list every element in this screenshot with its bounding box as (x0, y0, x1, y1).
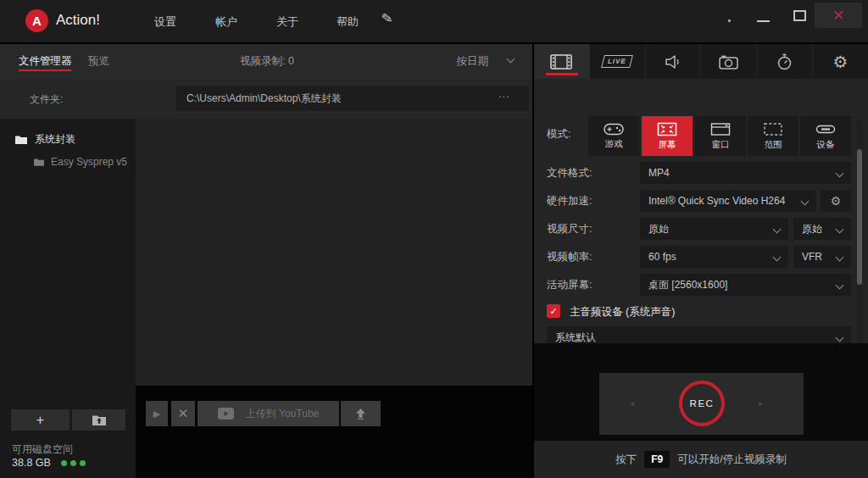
video-size-value: 原始 (648, 222, 669, 236)
add-folder-button[interactable]: + (11, 409, 70, 431)
mode-label-text: 设备 (817, 139, 835, 151)
framerate-dropdown[interactable]: 60 fps (640, 246, 788, 268)
mode-device-button[interactable]: 设备 (800, 116, 851, 156)
file-format-dropdown[interactable]: MP4 (640, 162, 851, 184)
active-screen-dropdown[interactable]: 桌面 [2560x1600] (640, 274, 851, 296)
action-app-window: A Action! 设置 帐户 关于 帮助 ✎ ✕ 文件管理器 预览 视频录制:… (0, 0, 868, 478)
chevron-down-icon (836, 334, 844, 342)
file-format-label: 文件格式: (547, 166, 592, 181)
play-button[interactable]: ▶ (146, 401, 168, 426)
window-icon (710, 122, 731, 136)
framerate-mode-dropdown[interactable]: VFR (793, 246, 851, 268)
pen-icon[interactable]: ✎ (381, 9, 394, 27)
tree-item-child[interactable]: Easy Sysprep v5 (34, 156, 127, 168)
menu-about[interactable]: 关于 (276, 14, 298, 30)
prev-arrow-icon[interactable]: ◂ (630, 398, 634, 408)
video-size-label: 视频尺寸: (547, 222, 592, 236)
menu-help[interactable]: 帮助 (337, 14, 359, 30)
framerate-value: 60 fps (648, 251, 676, 263)
folder-tree-sidebar: 系统封装 Easy Sysprep v5 + 可用磁盘空间 38.8 GB (0, 119, 136, 478)
next-arrow-icon[interactable]: ▸ (759, 398, 763, 408)
app-title: Action! (56, 12, 100, 29)
recordings-list-empty (136, 119, 532, 386)
tab-screenshots[interactable] (701, 44, 757, 79)
hw-accel-label: 硬件加速: (547, 194, 592, 208)
disk-space-row: 38.8 GB (12, 457, 86, 469)
stopwatch-icon (776, 53, 793, 70)
tree-item-label: Easy Sysprep v5 (51, 156, 127, 168)
active-tab-underline (19, 69, 71, 71)
tab-benchmark-timer[interactable] (757, 44, 813, 79)
main-audio-checkbox[interactable]: ✓ (547, 304, 560, 318)
upload-youtube-button[interactable]: 上传到 YouTube (198, 401, 339, 426)
camera-icon (719, 54, 738, 69)
file-format-value: MP4 (648, 167, 670, 179)
sort-by-dropdown[interactable]: 按日期 (457, 54, 489, 69)
chevron-down-icon (801, 197, 810, 205)
tab-audio-recording[interactable] (646, 44, 702, 79)
mode-label-text: 窗口 (712, 139, 730, 151)
tab-preview[interactable]: 预览 (88, 54, 109, 69)
hotkey-statusbar: 按下 F9 可以开始/停止视频录制 (534, 441, 868, 478)
mode-window-button[interactable]: 窗口 (695, 116, 746, 156)
tab-video-recording[interactable] (534, 44, 590, 79)
gamepad-icon (604, 123, 624, 136)
mode-label-text: 屏幕 (659, 139, 676, 151)
rec-button[interactable]: REC (679, 381, 725, 426)
mode-label-text: 范围 (765, 139, 782, 151)
chevron-down-icon[interactable] (507, 55, 515, 64)
speaker-icon (665, 54, 682, 69)
scrollbar-thumb[interactable] (857, 149, 862, 285)
tab-file-manager[interactable]: 文件管理器 (19, 54, 72, 69)
mode-region-button[interactable]: 范围 (748, 116, 798, 156)
file-manager-panel: 文件管理器 预览 视频录制: 0 按日期 文件夹: ... 系统封装 (0, 44, 532, 478)
delete-button[interactable]: ✕ (171, 401, 195, 426)
mode-game-button[interactable]: 游戏 (588, 116, 639, 156)
screen-capture-icon (657, 122, 677, 136)
youtube-icon (218, 408, 234, 420)
active-screen-value: 桌面 [2560x1600] (648, 278, 727, 292)
film-strip-icon (550, 54, 572, 69)
chevron-down-icon (773, 253, 782, 261)
video-size-mode-dropdown[interactable]: 原始 (793, 218, 851, 240)
tree-item-label: 系统封装 (35, 132, 75, 147)
video-size-dropdown[interactable]: 原始 (640, 218, 788, 240)
framerate-label: 视频帧率: (547, 250, 592, 264)
mode-label: 模式: (547, 127, 570, 142)
mode-screen-button[interactable]: 屏幕 (642, 116, 693, 156)
rec-area: ◂ REC ▸ (534, 343, 868, 441)
browse-folder-button[interactable]: ... (498, 87, 510, 100)
tab-live-streaming[interactable]: LIVE (590, 44, 646, 79)
minimize-button[interactable] (757, 20, 770, 22)
hw-accel-settings-button[interactable]: ⚙ (821, 190, 851, 212)
bottom-strip (136, 386, 532, 478)
chevron-down-icon (836, 253, 844, 261)
hw-accel-dropdown[interactable]: Intel® Quick Sync Video H264 (640, 190, 816, 212)
menu-settings[interactable]: 设置 (154, 14, 176, 30)
hotkey-prefix: 按下 (615, 453, 637, 467)
hw-accel-value: Intel® Quick Sync Video H264 (648, 195, 785, 207)
f9-keycap: F9 (644, 451, 670, 468)
rec-panel: ◂ REC ▸ (599, 373, 804, 435)
import-folder-button[interactable] (72, 409, 125, 431)
tab-settings[interactable]: ⚙ (813, 44, 868, 79)
folder-row: 文件夹: ... (0, 79, 532, 119)
hotkey-suffix: 可以开始/停止视频录制 (677, 453, 786, 467)
action-logo-icon: A (25, 9, 48, 32)
upload-button[interactable] (341, 401, 381, 426)
tree-item-root[interactable]: 系统封装 (15, 132, 75, 147)
gear-icon: ⚙ (833, 53, 849, 70)
active-screen-label: 活动屏幕: (547, 278, 592, 292)
folder-up-icon (92, 414, 106, 425)
chevron-down-icon (836, 169, 844, 177)
chevron-down-icon (773, 225, 782, 233)
close-button[interactable]: ✕ (815, 3, 862, 28)
maximize-button[interactable] (793, 10, 806, 21)
menu-account[interactable]: 帐户 (215, 14, 237, 30)
folder-path-input[interactable] (176, 86, 529, 111)
recordings-count: 视频录制: 0 (240, 54, 294, 69)
main-audio-label: 主音频设备 (系统声音) (570, 305, 675, 320)
titlebar: A Action! 设置 帐户 关于 帮助 ✎ ✕ (0, 0, 868, 42)
chevron-down-icon (836, 225, 844, 233)
live-icon: LIVE (601, 55, 633, 68)
